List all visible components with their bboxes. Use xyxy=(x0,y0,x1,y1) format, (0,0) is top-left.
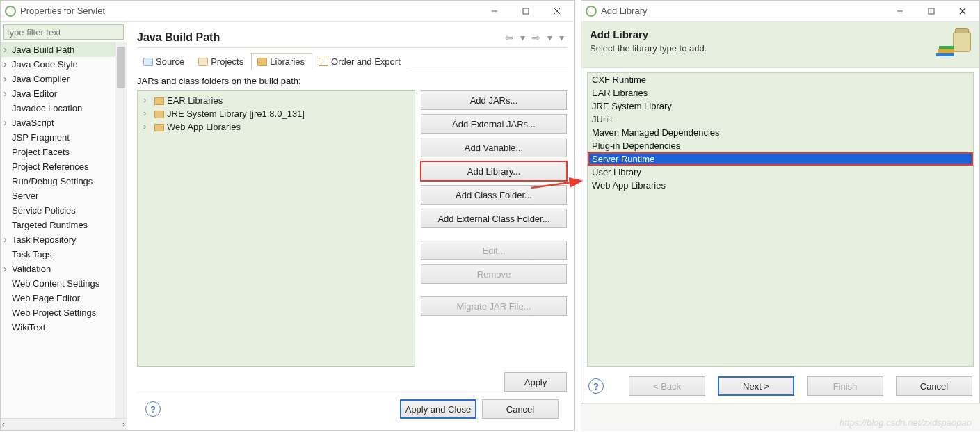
banner-subtitle: Select the library type to add. xyxy=(590,43,942,54)
tab-label: Libraries xyxy=(270,56,305,67)
tree-label: JARs and class folders on the build path… xyxy=(137,76,567,86)
svg-rect-5 xyxy=(929,8,934,14)
properties-window: Properties for Servlet Java Build PathJa… xyxy=(0,0,575,431)
category-item[interactable]: Task Repository xyxy=(1,232,115,247)
category-item[interactable]: Web Project Settings xyxy=(1,305,115,320)
back-icon[interactable]: ⇦ xyxy=(502,31,516,45)
library-type-item[interactable]: JRE System Library xyxy=(588,99,973,113)
libraries-tree[interactable]: EAR LibrariesJRE System Library [jre1.8.… xyxy=(137,90,415,367)
add-class-folder-button[interactable]: Add Class Folder... xyxy=(421,185,567,205)
nav-history[interactable]: ⇦▾ ⇨▾ ▾ xyxy=(502,31,567,45)
category-item[interactable]: Java Compiler xyxy=(1,72,115,86)
back-button[interactable]: < Back xyxy=(629,376,705,396)
category-item[interactable]: Service Policies xyxy=(1,203,115,218)
sidebar-scrollbar[interactable] xyxy=(115,42,127,418)
banner-title: Add Library xyxy=(590,29,942,40)
titlebar[interactable]: Properties for Servlet xyxy=(1,1,574,22)
help-icon[interactable]: ? xyxy=(145,401,161,417)
forward-icon[interactable]: ⇨ xyxy=(529,31,543,45)
library-folder-icon xyxy=(154,97,164,105)
next-button[interactable]: Next > xyxy=(718,376,794,396)
library-type-item[interactable]: CXF Runtime xyxy=(588,73,973,86)
tab-label: Source xyxy=(156,56,184,67)
tab-label: Projects xyxy=(211,56,243,67)
tab-icon xyxy=(257,58,267,66)
button-column: Add JARs...Add External JARs...Add Varia… xyxy=(421,90,567,367)
category-list[interactable]: Java Build PathJava Code StyleJava Compi… xyxy=(1,42,115,418)
category-sidebar: Java Build PathJava Code StyleJava Compi… xyxy=(1,22,127,430)
library-type-item[interactable]: Server Runtime xyxy=(588,152,973,166)
category-item[interactable]: Java Build Path xyxy=(1,42,115,57)
sidebar-h-scroll[interactable]: ‹› xyxy=(1,418,127,430)
forward-menu-icon[interactable]: ▾ xyxy=(545,31,555,45)
tab-label: Order and Export xyxy=(331,56,401,67)
finish-button[interactable]: Finish xyxy=(807,376,883,396)
wizard-banner: Add Library Select the library type to a… xyxy=(581,22,979,68)
tab-projects[interactable]: Projects xyxy=(192,53,251,70)
category-item[interactable]: Java Editor xyxy=(1,86,115,101)
tab-icon xyxy=(198,58,208,66)
window-title: Properties for Servlet xyxy=(20,6,479,16)
category-item[interactable]: WikiText xyxy=(1,320,115,335)
category-item[interactable]: Run/Debug Settings xyxy=(1,174,115,189)
tab-source[interactable]: Source xyxy=(137,53,192,70)
apply-close-button[interactable]: Apply and Close xyxy=(400,399,476,419)
tab-bar: SourceProjectsLibrariesOrder and Export xyxy=(137,52,567,70)
maximize-button[interactable] xyxy=(510,1,541,21)
library-folder-icon xyxy=(154,111,164,118)
svg-rect-1 xyxy=(523,8,529,14)
category-item[interactable]: Validation xyxy=(1,262,115,276)
minimize-button[interactable] xyxy=(479,1,510,21)
cancel-button[interactable]: Cancel xyxy=(482,399,559,419)
tree-item[interactable]: EAR Libraries xyxy=(139,94,413,107)
tab-icon xyxy=(319,58,328,66)
apply-button[interactable]: Apply xyxy=(504,372,567,392)
ide-status-strip xyxy=(581,403,980,431)
category-item[interactable]: Web Content Settings xyxy=(1,276,115,291)
library-type-item[interactable]: EAR Libraries xyxy=(588,86,973,99)
menu-icon[interactable]: ▾ xyxy=(556,31,567,45)
add-jars-button[interactable]: Add JARs... xyxy=(421,90,567,110)
filter-input[interactable] xyxy=(3,24,124,40)
category-item[interactable]: Java Code Style xyxy=(1,57,115,72)
close-button[interactable] xyxy=(947,1,978,21)
eclipse-icon xyxy=(5,6,16,17)
titlebar[interactable]: Add Library xyxy=(581,1,979,22)
page-title: Java Build Path xyxy=(137,31,502,44)
library-type-item[interactable]: JUnit xyxy=(588,113,973,126)
category-item[interactable]: Project References xyxy=(1,159,115,174)
minimize-button[interactable] xyxy=(884,1,915,21)
library-type-item[interactable]: Web App Libraries xyxy=(588,179,973,192)
help-icon[interactable]: ? xyxy=(588,378,604,394)
tree-item[interactable]: Web App Libraries xyxy=(139,120,413,134)
close-button[interactable] xyxy=(541,1,572,21)
library-type-item[interactable]: User Library xyxy=(588,166,973,179)
category-item[interactable]: Targeted Runtimes xyxy=(1,218,115,232)
add-external-jars-button[interactable]: Add External JARs... xyxy=(421,114,567,134)
library-type-item[interactable]: Plug-in Dependencies xyxy=(588,139,973,152)
back-menu-icon[interactable]: ▾ xyxy=(517,31,528,45)
category-item[interactable]: Javadoc Location xyxy=(1,101,115,115)
category-item[interactable]: Project Facets xyxy=(1,145,115,159)
cancel-button[interactable]: Cancel xyxy=(896,376,972,396)
category-item[interactable]: JSP Fragment xyxy=(1,130,115,145)
category-item[interactable]: JavaScript xyxy=(1,115,115,130)
tree-item[interactable]: JRE System Library [jre1.8.0_131] xyxy=(139,107,413,120)
category-item[interactable]: Server xyxy=(1,189,115,203)
library-type-item[interactable]: Maven Managed Dependencies xyxy=(588,126,973,139)
eclipse-icon xyxy=(586,6,597,17)
add-library-window: Add Library Add Library Select the libra… xyxy=(581,0,980,403)
add-library-button[interactable]: Add Library... xyxy=(421,161,567,181)
remove-button: Remove xyxy=(421,264,567,284)
maximize-button[interactable] xyxy=(915,1,947,21)
library-type-list[interactable]: CXF RuntimeEAR LibrariesJRE System Libra… xyxy=(587,72,974,367)
category-item[interactable]: Web Page Editor xyxy=(1,291,115,305)
main-panel: Java Build Path ⇦▾ ⇨▾ ▾ SourceProjectsLi… xyxy=(127,22,574,430)
add-external-class-folder-button[interactable]: Add External Class Folder... xyxy=(421,209,567,228)
library-jar-icon xyxy=(942,29,971,58)
add-variable-button[interactable]: Add Variable... xyxy=(421,138,567,157)
library-folder-icon xyxy=(154,124,164,131)
tab-libraries[interactable]: Libraries xyxy=(251,53,312,70)
category-item[interactable]: Task Tags xyxy=(1,247,115,262)
tab-order-and-export[interactable]: Order and Export xyxy=(312,53,408,70)
